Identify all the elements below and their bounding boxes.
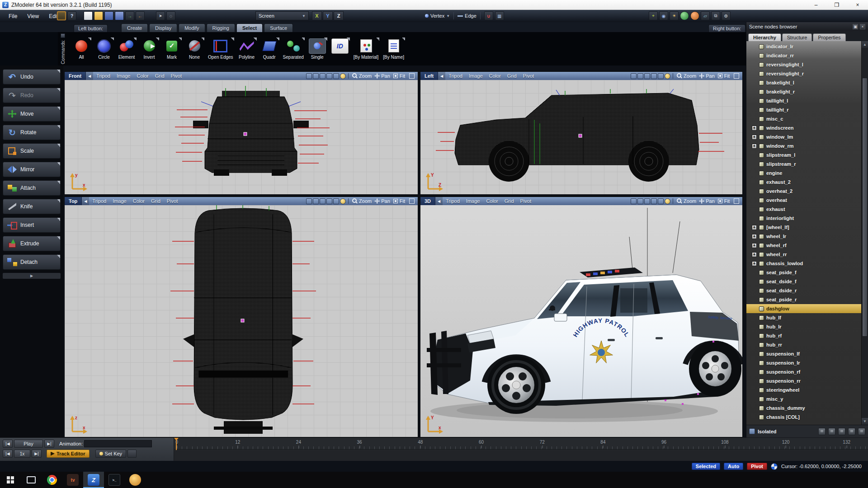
viewport-name[interactable]: Top — [65, 197, 82, 205]
command-button[interactable]: Quadr — [259, 38, 279, 61]
viewport-menu-item[interactable]: Grid — [148, 198, 164, 204]
expand-toggle[interactable] — [752, 126, 757, 131]
go-first-button[interactable]: |◀ — [3, 440, 13, 448]
viewport-tool-button[interactable]: Zoom — [675, 73, 698, 79]
key-options-button[interactable] — [127, 450, 137, 458]
viewport-header-icon[interactable] — [333, 73, 339, 79]
toolbar-icon[interactable] — [125, 11, 134, 20]
toolbar-icon[interactable] — [67, 11, 76, 20]
tree-node[interactable]: seat_dside_f — [746, 277, 861, 286]
tree-node[interactable]: exhaust — [746, 205, 861, 214]
edge-mode-button[interactable]: Edge — [465, 13, 476, 19]
tree-node[interactable]: interiorlight — [746, 214, 861, 223]
auto-badge[interactable]: Auto — [724, 463, 743, 470]
viewport-header-icon[interactable] — [320, 198, 326, 204]
tree-node[interactable]: suspension_rf — [746, 367, 861, 376]
expand-toggle[interactable] — [752, 234, 757, 239]
sidebar-tool-button[interactable]: Knife — [3, 199, 61, 214]
viewport-menu-item[interactable]: Tripod — [89, 198, 109, 204]
scroll-up-icon[interactable]: ▲ — [862, 41, 868, 48]
toolbar-icon[interactable] — [57, 11, 66, 20]
viewport-header-icon[interactable] — [658, 198, 664, 204]
tree-node[interactable]: wheel_lr — [746, 232, 861, 241]
sidebar-tool-button[interactable]: Detach — [3, 254, 61, 270]
vertex-mode-button[interactable]: Vertex — [430, 13, 444, 19]
expand-toggle[interactable] — [752, 261, 757, 266]
viewport-tool-button[interactable]: Fit — [716, 73, 731, 79]
mode-tab[interactable]: Create — [121, 23, 148, 32]
viewport-back-button[interactable]: ◀ — [82, 197, 89, 205]
viewport-menu-item[interactable]: Grid — [504, 73, 520, 79]
sidebar-tool-button[interactable]: Extrude — [3, 236, 61, 251]
viewport-header-icon[interactable] — [658, 73, 664, 79]
sidebar-tool-button[interactable]: Mirror — [3, 162, 61, 177]
viewport-header-icon[interactable] — [313, 198, 319, 204]
pin-panel-icon[interactable]: ▣ — [853, 24, 858, 29]
viewport-header-icon[interactable] — [651, 198, 657, 204]
viewport-menu-item[interactable]: Tripod — [443, 198, 463, 204]
chevron-down-icon[interactable]: ▼ — [446, 14, 450, 18]
viewport-back-button[interactable]: ◀ — [435, 197, 443, 205]
playback-speed-button[interactable]: 1x — [14, 450, 30, 458]
viewport-menu-item[interactable]: Color — [483, 198, 501, 204]
step-back-button[interactable]: |◀ — [3, 450, 13, 458]
tree-node[interactable]: taillight_r — [746, 105, 861, 114]
tree-node[interactable]: engine — [746, 169, 861, 178]
sidebar-tool-button[interactable]: Insert — [3, 217, 61, 233]
toolbar-icon[interactable] — [659, 11, 668, 20]
tree-node[interactable]: brakelight_l — [746, 78, 861, 87]
scrollbar-thumb[interactable] — [862, 78, 868, 337]
viewport-header-icon[interactable] — [340, 73, 346, 79]
viewport-tool-button[interactable]: Fit — [716, 198, 731, 204]
viewport-name[interactable]: 3D — [420, 197, 435, 205]
sidebar-tool-button[interactable]: Undo — [3, 69, 61, 84]
viewport-menu-item[interactable]: Pivot — [517, 198, 534, 204]
viewport-name[interactable]: Front — [65, 72, 86, 80]
viewport-tool-button[interactable]: Pan — [373, 73, 392, 79]
viewport-menu-item[interactable]: Pivot — [520, 73, 537, 79]
toolbar-icon[interactable] — [136, 11, 145, 20]
toolbar-icon[interactable] — [166, 11, 175, 20]
collapse-all-icon[interactable] — [848, 428, 855, 435]
command-button[interactable]: Element — [117, 38, 137, 61]
play-button[interactable]: Play — [14, 440, 43, 448]
sidebar-tool-button[interactable]: Scale — [3, 143, 61, 159]
tree-node[interactable]: brakelight_r — [746, 87, 861, 96]
toolbar-icon[interactable] — [722, 11, 731, 20]
command-button[interactable]: Polyline — [237, 38, 257, 61]
tree-node[interactable]: wheel_rf — [746, 241, 861, 250]
maximize-viewport-button[interactable] — [409, 73, 415, 79]
viewport-menu-item[interactable]: Color — [130, 198, 148, 204]
viewport-header-icon[interactable] — [644, 198, 650, 204]
command-button[interactable]: Open Edges — [207, 38, 234, 61]
viewport-header-icon[interactable] — [333, 198, 339, 204]
filter-icon[interactable] — [858, 428, 865, 435]
viewport-tool-button[interactable]: Zoom — [351, 198, 373, 204]
toolbar-icon[interactable] — [680, 11, 689, 20]
tree-node[interactable]: reversinglight_l — [746, 60, 861, 69]
viewport-menu-item[interactable]: Tripod — [93, 73, 113, 79]
axis-constraint-button[interactable]: X — [312, 11, 322, 20]
viewport-header-icon[interactable] — [326, 198, 332, 204]
tree-node[interactable]: chassis_lowlod — [746, 259, 861, 268]
tree-node[interactable]: hub_rr — [746, 340, 861, 349]
command-button[interactable]: [By Name] — [382, 38, 405, 61]
viewport-header-icon[interactable] — [631, 73, 637, 79]
command-button[interactable]: Mark — [162, 38, 182, 61]
toolbar-icon[interactable] — [670, 11, 679, 20]
tree-node[interactable]: window_lm — [746, 132, 861, 141]
mode-tab[interactable]: Select — [236, 23, 263, 32]
toolbar-icon[interactable] — [701, 11, 710, 20]
command-button[interactable]: ID — [330, 38, 350, 56]
viewport-header-icon[interactable] — [306, 198, 312, 204]
magnet-icon[interactable] — [484, 11, 493, 20]
viewport-menu-item[interactable]: Tripod — [445, 73, 466, 79]
viewport-menu-item[interactable]: Pivot — [168, 73, 185, 79]
viewport-tool-button[interactable]: Zoom — [675, 198, 698, 204]
panel-options-icon[interactable] — [61, 33, 65, 38]
tree-node[interactable]: taillight_l — [746, 96, 861, 105]
taskbar-item[interactable] — [21, 472, 42, 488]
tree-node[interactable]: hub_lf — [746, 313, 861, 322]
taskbar-item[interactable]: >_ — [104, 472, 125, 488]
mode-tab[interactable]: Display — [149, 23, 177, 32]
